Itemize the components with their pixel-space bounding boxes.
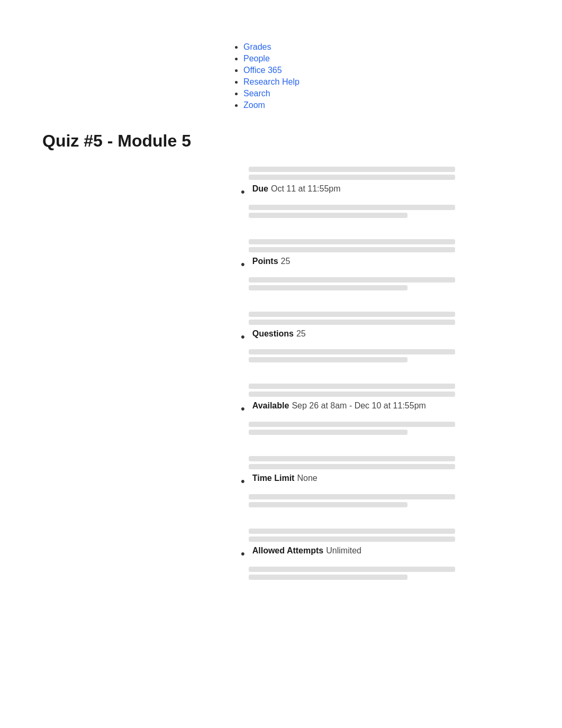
skeleton-line [249,384,455,389]
bullet-icon: • [241,401,245,417]
skeleton-line [249,494,455,499]
nav-menu: GradesPeopleOffice 365Research HelpSearc… [21,42,541,110]
skeleton-line [249,430,407,435]
nav-item: Research Help [243,77,541,87]
nav-item: People [243,54,541,63]
nav-item: Zoom [243,101,541,110]
bullet-icon: • [241,257,245,273]
skeleton-line [249,349,455,354]
skeleton-line [249,247,455,252]
skeleton-line [249,167,455,172]
skeleton-line [249,205,455,210]
detail-value-questions: 25 [296,329,306,339]
skeleton-line [249,567,455,572]
skeleton-line [249,285,407,290]
nav-item: Search [243,89,541,98]
detail-value-points: 25 [281,257,291,266]
detail-value-available: Sep 26 at 8am - Dec 10 at 11:55pm [292,401,425,411]
nav-list: GradesPeopleOffice 365Research HelpSearc… [21,42,541,110]
skeleton-line [249,536,455,542]
detail-value-allowed-attempts: Unlimited [326,546,361,556]
detail-group-due: •DueOct 11 at 11:55pm [21,167,541,234]
skeleton-line [249,392,455,397]
detail-group-available: •AvailableSep 26 at 8am - Dec 10 at 11:5… [21,384,541,451]
skeleton-line [249,239,455,244]
detail-value-time-limit: None [297,474,317,483]
skeleton-line [249,312,455,317]
skeleton-line [249,422,455,427]
skeleton-line [249,464,455,469]
nav-link-research-help[interactable]: Research Help [243,77,300,86]
detail-group-questions: •Questions25 [21,312,541,379]
detail-label-time-limit: Time Limit [252,474,295,483]
nav-link-search[interactable]: Search [243,89,270,98]
skeleton-line [249,213,407,218]
quiz-title: Quiz #5 - Module 5 [21,131,541,151]
detail-label-due: Due [252,184,268,194]
nav-item: Office 365 [243,66,541,75]
detail-group-allowed-attempts: •Allowed AttemptsUnlimited [21,529,541,596]
detail-label-questions: Questions [252,329,294,339]
skeleton-line [249,456,455,461]
nav-link-office-365[interactable]: Office 365 [243,66,282,75]
details-list: •DueOct 11 at 11:55pm•Points25•Questions… [21,167,541,596]
skeleton-line [249,502,407,507]
bullet-icon: • [241,184,245,201]
nav-link-grades[interactable]: Grades [243,42,271,51]
nav-link-people[interactable]: People [243,54,270,63]
skeleton-line [249,175,455,180]
skeleton-line [249,277,455,283]
skeleton-line [249,575,407,580]
detail-label-allowed-attempts: Allowed Attempts [252,546,324,556]
bullet-icon: • [241,474,245,490]
detail-value-due: Oct 11 at 11:55pm [271,184,341,194]
nav-link-zoom[interactable]: Zoom [243,101,265,110]
detail-group-points: •Points25 [21,239,541,306]
skeleton-line [249,320,455,325]
bullet-icon: • [241,329,245,345]
quiz-details: •DueOct 11 at 11:55pm•Points25•Questions… [21,167,541,596]
nav-item: Grades [243,42,541,52]
skeleton-line [249,529,455,534]
detail-label-points: Points [252,257,278,266]
bullet-icon: • [241,546,245,562]
skeleton-line [249,357,407,362]
detail-label-available: Available [252,401,289,411]
detail-group-time-limit: •Time LimitNone [21,456,541,523]
